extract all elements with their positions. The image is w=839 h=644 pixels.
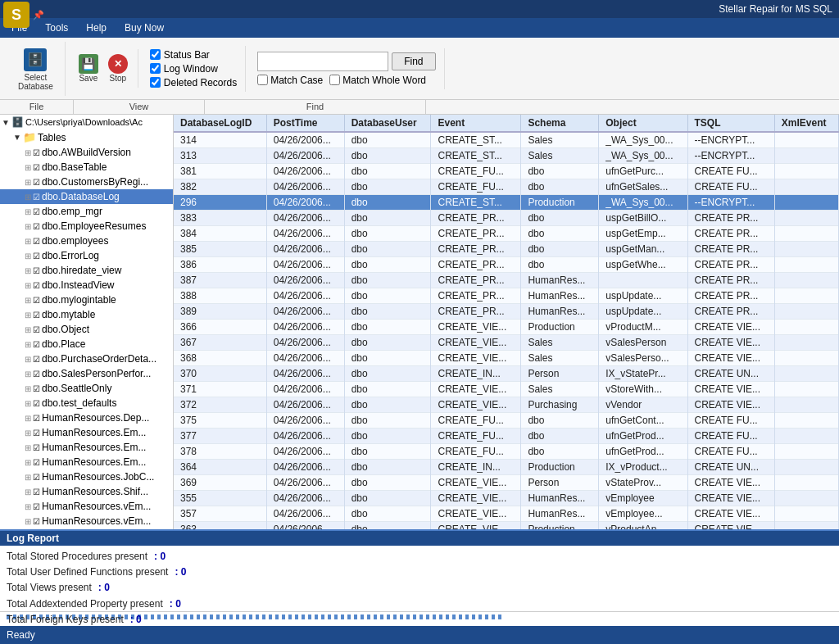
select-database-icon: 🗄️ — [22, 47, 48, 73]
sidebar-item[interactable]: ⊞☑HumanResources.Em... — [0, 455, 173, 469]
menu-buy-now[interactable]: Buy Now — [116, 20, 172, 35]
table-cell: dbo — [344, 211, 431, 226]
col-header-tsql: TSQL — [687, 115, 774, 132]
sidebar-item-label: dbo.BaseTable — [42, 161, 107, 173]
table-cell: CREATE PR... — [687, 288, 774, 304]
table-item-icon: ⊞☑ — [25, 206, 42, 217]
sidebar-item[interactable]: ⊞☑dbo.InsteadView — [0, 278, 173, 293]
table-cell: Sales — [521, 335, 599, 351]
table-row[interactable]: 36904/26/2006...dboCREATE_VIE...PersonvS… — [174, 475, 839, 491]
table-cell: 355 — [174, 491, 266, 506]
match-whole-word-checkbox[interactable] — [329, 75, 340, 85]
sidebar-item[interactable]: ⊞☑dbo.employees — [0, 234, 173, 248]
table-cell: 04/26/2006... — [266, 195, 344, 211]
sidebar-item[interactable]: ⊞☑dbo.DatabaseLog — [0, 189, 173, 204]
sidebar-item[interactable]: ⊞☑HumanResources.vEm... — [0, 514, 173, 528]
table-row[interactable]: 37504/26/2006...dboCREATE_FU...dboufnGet… — [174, 413, 839, 429]
log-value: : 0 — [154, 549, 166, 565]
table-item-icon: ⊞☑ — [25, 471, 42, 483]
table-cell: CREATE PR... — [687, 304, 774, 320]
table-item-icon: ⊞☑ — [25, 147, 42, 158]
sidebar-item[interactable]: ⊞☑dbo.Place — [0, 337, 173, 351]
table-row[interactable]: 38304/26/2006...dboCREATE_PR...dbouspGet… — [174, 211, 839, 226]
sidebar-item[interactable]: ⊞☑dbo.BaseTable — [0, 160, 173, 175]
sidebar-item[interactable]: ⊞☑HumanResources.Shif... — [0, 484, 173, 499]
sidebar-item[interactable]: ⊞☑dbo.mytable — [0, 307, 173, 322]
table-row[interactable]: 36604/26/2006...dboCREATE_VIE...Producti… — [174, 320, 839, 335]
table-row[interactable]: 38404/26/2006...dboCREATE_PR...dbouspGet… — [174, 226, 839, 242]
table-row[interactable]: 37804/26/2006...dboCREATE_FU...dboufnGet… — [174, 444, 839, 460]
table-row[interactable]: 37704/26/2006...dboCREATE_FU...dboufnGet… — [174, 429, 839, 444]
table-row[interactable]: 36804/26/2006...dboCREATE_VIE...SalesvSa… — [174, 351, 839, 366]
table-row[interactable]: 38904/26/2006...dboCREATE_PR...HumanRes.… — [174, 304, 839, 320]
table-cell: 388 — [174, 288, 266, 304]
table-cell — [774, 366, 838, 382]
table-row[interactable]: 38704/26/2006...dboCREATE_PR...HumanRes.… — [174, 273, 839, 288]
find-input[interactable] — [257, 52, 388, 71]
table-row[interactable]: 36404/26/2006...dboCREATE_IN...Productio… — [174, 460, 839, 475]
table-cell: CREATE VIE... — [687, 335, 774, 351]
match-case-checkbox[interactable] — [257, 75, 268, 85]
view-group: Status Bar Log Window Deleted Records — [142, 46, 246, 92]
sidebar-item[interactable]: ⊞☑HumanResources.Dep... — [0, 410, 173, 425]
table-row[interactable]: 38104/26/2006...dboCREATE_FU...dboufnGet… — [174, 164, 839, 179]
table-row[interactable]: 35504/26/2006...dboCREATE_VIE...HumanRes… — [174, 491, 839, 506]
table-row[interactable]: 35704/26/2006...dboCREATE_VIE...HumanRes… — [174, 506, 839, 522]
save-button[interactable]: 💾 Save — [75, 52, 102, 84]
match-whole-word-label: Match Whole Word — [342, 75, 426, 86]
sidebar-item[interactable]: ⊞☑dbo.mylogintable — [0, 293, 173, 307]
sidebar-item[interactable]: ⊞☑HumanResources.Em... — [0, 425, 173, 440]
log-window-checkbox[interactable] — [150, 63, 161, 74]
status-bar-checkbox[interactable] — [150, 49, 161, 60]
match-case-check[interactable]: Match Case — [257, 75, 323, 86]
sidebar-item[interactable]: ⊞☑dbo.CustomersByRegi... — [0, 175, 173, 189]
tables-folder[interactable]: ▼ 📁 Tables — [0, 129, 173, 145]
sidebar-item[interactable]: ⊞☑dbo.EmployeeResumes — [0, 219, 173, 234]
sidebar-item[interactable]: ⊞☑HumanResources.vEm... — [0, 528, 173, 529]
table-cell — [774, 320, 838, 335]
table-row[interactable]: 31304/26/2006...dboCREATE_ST...Sales_WA_… — [174, 148, 839, 164]
table-row[interactable]: 36304/26/2006...dboCREATE_VIE...Producti… — [174, 522, 839, 530]
stop-button[interactable]: ✕ Stop — [105, 52, 131, 84]
table-row[interactable]: 38504/26/2006...dboCREATE_PR...dbouspGet… — [174, 242, 839, 257]
sidebar-item[interactable]: ⊞☑dbo.AWBuildVersion — [0, 145, 173, 160]
table-row[interactable]: 38804/26/2006...dboCREATE_PR...HumanRes.… — [174, 288, 839, 304]
table-cell — [774, 460, 838, 475]
table-row[interactable]: 29604/26/2006...dboCREATE_ST...Productio… — [174, 195, 839, 211]
sidebar-item[interactable]: ⊞☑dbo.Object — [0, 322, 173, 337]
status-bar-check[interactable]: Status Bar — [150, 49, 237, 61]
select-database-button[interactable]: 🗄️ SelectDatabase — [13, 45, 58, 93]
deleted-records-checkbox[interactable] — [150, 77, 161, 88]
table-cell: uspGetMan... — [599, 242, 687, 257]
deleted-records-check[interactable]: Deleted Records — [150, 77, 237, 88]
sidebar-item[interactable]: ⊞☑dbo.hiredate_view — [0, 263, 173, 278]
sidebar-item[interactable]: ⊞☑dbo.PurchaseOrderDeta... — [0, 351, 173, 366]
table-row[interactable]: 37004/26/2006...dboCREATE_IN...PersonIX_… — [174, 366, 839, 382]
log-window-check[interactable]: Log Window — [150, 63, 237, 75]
sidebar-item[interactable]: ⊞☑dbo.emp_mgr — [0, 204, 173, 219]
find-button[interactable]: Find — [392, 52, 435, 70]
table-row[interactable]: 37204/26/2006...dboCREATE_VIE...Purchasi… — [174, 397, 839, 413]
tree-root-path[interactable]: ▼ 🗄️ C:\Users\priya\Downloads\Ac — [0, 115, 173, 129]
sidebar-item[interactable]: ⊞☑dbo.SeattleOnly — [0, 381, 173, 396]
table-cell: CREATE_VIE... — [431, 506, 521, 522]
table-cell: ufnGetCont... — [599, 413, 687, 429]
table-row[interactable]: 38204/26/2006...dboCREATE_FU...dboufnGet… — [174, 179, 839, 195]
table-row[interactable]: 38604/26/2006...dboCREATE_PR...dbouspGet… — [174, 257, 839, 273]
table-cell: 367 — [174, 335, 266, 351]
sidebar-item[interactable]: ⊞☑HumanResources.vEm... — [0, 499, 173, 514]
table-cell: 04/26/2006... — [266, 257, 344, 273]
table-row[interactable]: 37104/26/2006...dboCREATE_VIE...SalesvSt… — [174, 382, 839, 397]
match-whole-word-check[interactable]: Match Whole Word — [329, 75, 426, 86]
log-label: Total Stored Procedures present — [7, 549, 147, 565]
sidebar-item[interactable]: ⊞☑dbo.ErrorLog — [0, 248, 173, 263]
sidebar-item[interactable]: ⊞☑HumanResources.Em... — [0, 440, 173, 455]
table-row[interactable]: 31404/26/2006...dboCREATE_ST...Sales_WA_… — [174, 132, 839, 148]
table-cell: CREATE_ST... — [431, 148, 521, 164]
menu-help[interactable]: Help — [78, 20, 115, 35]
table-row[interactable]: 36704/26/2006...dboCREATE_VIE...SalesvSa… — [174, 335, 839, 351]
sidebar-item[interactable]: ⊞☑dbo.SalesPersonPerfor... — [0, 366, 173, 381]
sidebar-item[interactable]: ⊞☑dbo.test_defaults — [0, 396, 173, 410]
sidebar-item[interactable]: ⊞☑HumanResources.JobC... — [0, 469, 173, 484]
table-cell: 04/26/2006... — [266, 413, 344, 429]
